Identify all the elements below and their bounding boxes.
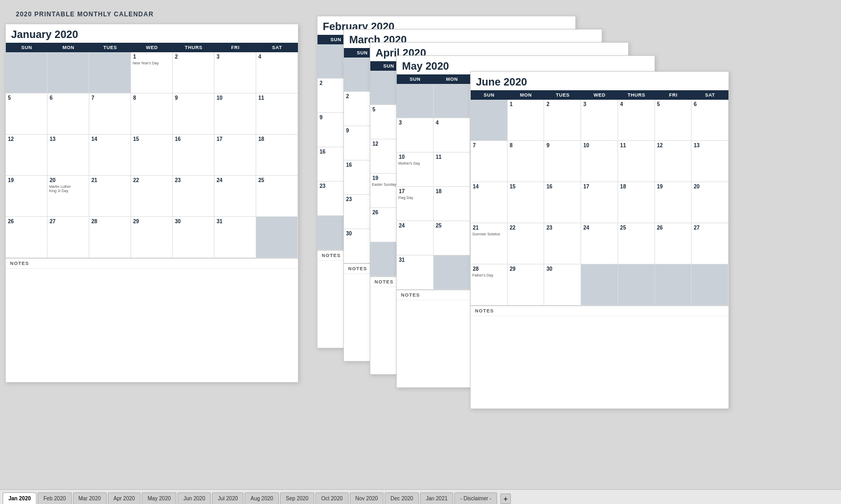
cal-day: 4: [256, 52, 298, 93]
header-sat: SAT: [256, 43, 298, 52]
january-notes: NOTES: [6, 258, 298, 268]
tab-jul2020[interactable]: Jul 2020: [212, 492, 244, 504]
tab-bar: Jan 2020 Feb 2020 Mar 2020 Apr 2020 May …: [0, 489, 841, 504]
header-mon: MON: [48, 43, 89, 52]
header-thu: THURS: [173, 43, 214, 52]
cal-day: 7: [89, 93, 131, 135]
cal-day: 21: [89, 176, 131, 217]
cal-day: 13: [48, 135, 89, 176]
header-tue: TUES: [89, 43, 131, 52]
cal-day: 17: [214, 135, 256, 176]
cal-day: 1 New Year's Day: [131, 52, 173, 93]
cal-day: [6, 52, 48, 93]
cal-day: 25: [256, 176, 298, 217]
header-wed: WED: [131, 43, 173, 52]
cal-day: [89, 52, 131, 93]
tab-mar2020[interactable]: Mar 2020: [73, 492, 107, 504]
cal-day: 10: [214, 93, 256, 135]
january-body: 1 New Year's Day 2 3 4 5 6 7 8 9 10 11 1…: [6, 52, 298, 258]
cal-day: 8: [131, 93, 173, 135]
cal-day: 18: [256, 135, 298, 176]
cal-day: [256, 217, 298, 258]
cal-day: 19: [6, 176, 48, 217]
tab-jan2020[interactable]: Jan 2020: [3, 492, 36, 504]
cal-day: 3: [214, 52, 256, 93]
cal-day: [48, 52, 89, 93]
tab-feb2020[interactable]: Feb 2020: [38, 492, 71, 504]
tab-may2020[interactable]: May 2020: [142, 492, 176, 504]
cal-day: 6: [48, 93, 89, 135]
header-fri: FRI: [214, 43, 256, 52]
cal-day: 26: [6, 217, 48, 258]
june-calendar: June 2020 SUN MON TUES WED THURS FRI SAT…: [470, 71, 729, 409]
app-container: 2020 PRINTABLE MONTHLY CALENDAR January …: [0, 0, 841, 504]
tab-sep2020[interactable]: Sep 2020: [280, 492, 314, 504]
cal-day: 24: [214, 176, 256, 217]
tab-oct2020[interactable]: Oct 2020: [315, 492, 349, 504]
tab-disclaimer[interactable]: - Disclaimer -: [454, 492, 497, 504]
main-content: 2020 PRINTABLE MONTHLY CALENDAR January …: [0, 0, 841, 489]
add-tab-button[interactable]: +: [500, 493, 511, 504]
january-header: SUN MON TUES WED THURS FRI SAT: [6, 43, 298, 52]
january-title: January 2020: [6, 24, 298, 43]
cal-day: 9: [173, 93, 214, 135]
cal-day: 22: [131, 176, 173, 217]
cal-day: 15: [131, 135, 173, 176]
june-notes: NOTES: [471, 306, 728, 316]
tab-jun2020[interactable]: Jun 2020: [177, 492, 211, 504]
cal-day: 2: [173, 52, 214, 93]
cal-day: 5: [6, 93, 48, 135]
cal-day: 30: [173, 217, 214, 258]
cal-day: 31: [214, 217, 256, 258]
january-calendar: January 2020 SUN MON TUES WED THURS FRI …: [5, 24, 298, 383]
tab-aug2020[interactable]: Aug 2020: [245, 492, 279, 504]
cal-day: 12: [6, 135, 48, 176]
cal-day: 14: [89, 135, 131, 176]
tab-jan2021[interactable]: Jan 2021: [420, 492, 453, 504]
tab-nov2020[interactable]: Nov 2020: [350, 492, 384, 504]
cal-day: 27: [48, 217, 89, 258]
cal-day: 23: [173, 176, 214, 217]
tab-dec2020[interactable]: Dec 2020: [385, 492, 419, 504]
cal-day: 20 Martin LutherKing Jr Day: [48, 176, 89, 217]
cal-day: 29: [131, 217, 173, 258]
tab-apr2020[interactable]: Apr 2020: [108, 492, 141, 504]
june-title: June 2020: [471, 72, 728, 90]
header-sun: SUN: [6, 43, 48, 52]
cal-day: 28: [89, 217, 131, 258]
cal-day: 11: [256, 93, 298, 135]
cal-day: 16: [173, 135, 214, 176]
